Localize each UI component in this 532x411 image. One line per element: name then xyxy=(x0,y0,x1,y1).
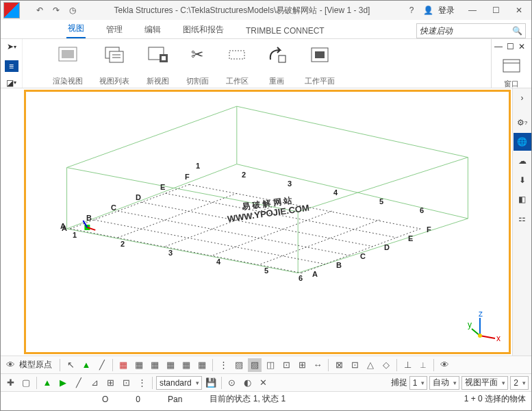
grid-b-right: B xyxy=(336,261,342,269)
eye-icon[interactable]: 👁 xyxy=(3,358,17,372)
sel-line-icon[interactable]: ╱ xyxy=(95,358,109,372)
render-view-icon xyxy=(56,43,79,66)
child-min-icon[interactable]: — xyxy=(494,42,503,51)
search-icon: 🔍 xyxy=(512,26,522,36)
menu-view[interactable]: 视图 xyxy=(66,20,86,38)
sel-grid1-icon[interactable]: ▦ xyxy=(116,358,130,372)
status-o: O xyxy=(102,395,108,404)
sel-eye2-icon[interactable]: 👁 xyxy=(438,358,451,372)
sel-face-icon[interactable]: ◫ xyxy=(264,358,277,372)
svg-rect-8 xyxy=(162,56,166,60)
snap-p2-icon[interactable]: ▶ xyxy=(56,376,70,390)
child-max-icon[interactable]: ☐ xyxy=(507,42,514,51)
maximize-button[interactable]: ☐ xyxy=(486,2,505,18)
selection-toolbar: 👁 模型原点 ↖ ▲ ╱ ▦ ▦ ▦ ▦ ▦ ▦ ⋮ ▨ ▨ ◫ ⊡ ⊞ ↔ ⊠… xyxy=(1,356,531,373)
globe-icon[interactable]: 🌐 xyxy=(514,133,531,151)
sel-dots-icon[interactable]: ⋮ xyxy=(216,358,230,372)
download-icon[interactable]: ⬇ xyxy=(514,171,531,189)
rb-clip-plane[interactable]: ✂ 切割面 xyxy=(177,39,217,88)
window-icon xyxy=(500,54,523,77)
scissors-icon: ✂ xyxy=(186,43,209,66)
snap-p2-combo[interactable]: 2 xyxy=(510,376,529,390)
menu-drawings[interactable]: 图纸和报告 xyxy=(181,21,225,38)
snap-mid-icon[interactable]: ◐ xyxy=(241,376,255,390)
snap-plus-icon[interactable]: ✚ xyxy=(3,376,17,390)
snap-p7-icon[interactable]: ⋮ xyxy=(135,376,149,390)
snap-p1-combo[interactable]: 1 xyxy=(409,376,428,390)
close-button[interactable]: ✕ xyxy=(509,2,529,18)
svg-rect-3 xyxy=(110,51,123,62)
snap-p3-icon[interactable]: ╱ xyxy=(72,376,86,390)
rb-window[interactable]: 窗口 xyxy=(492,54,531,90)
sel-box3-icon[interactable]: △ xyxy=(364,358,377,372)
snap-p5-icon[interactable]: ⊞ xyxy=(103,376,117,390)
sel-tri-icon[interactable]: ▲ xyxy=(79,358,93,372)
snap-int-icon[interactable]: ✕ xyxy=(257,376,270,390)
rb-work-plane[interactable]: 工作平面 xyxy=(296,39,343,88)
quick-launch-input[interactable]: 快速启动 🔍 xyxy=(416,23,526,38)
sel-grid2-icon[interactable]: ▦ xyxy=(132,358,146,372)
rb-new-view[interactable]: 新视图 xyxy=(138,39,177,88)
cube-icon[interactable]: ◧ xyxy=(514,190,531,208)
sliders-icon[interactable]: ⚏ xyxy=(514,210,531,227)
snap-end-icon[interactable]: ⊙ xyxy=(225,376,239,390)
sel-box1-icon[interactable]: ⊠ xyxy=(332,358,346,372)
side-strip[interactable]: ≡ xyxy=(5,60,18,72)
sel-misc1-icon[interactable]: ⊥ xyxy=(401,358,414,372)
view-plane-combo[interactable]: 视图平面 xyxy=(461,376,508,390)
rb-work-area[interactable]: 工作区 xyxy=(217,39,257,88)
status-pan: Pan xyxy=(168,395,182,404)
sel-box2-icon[interactable]: ⊡ xyxy=(348,358,362,372)
3d-viewport[interactable]: A B C D E F 1 2 3 4 5 6 1 2 3 4 5 6 A B … xyxy=(24,90,511,354)
auto-combo[interactable]: 自动 xyxy=(429,376,459,390)
sel-cursor-icon[interactable]: ↖ xyxy=(64,358,77,372)
chevron-right-icon[interactable]: › xyxy=(514,89,531,107)
help-icon[interactable]: ? xyxy=(405,4,418,16)
svg-rect-9 xyxy=(229,51,244,59)
menu-trimble[interactable]: TRIMBLE CONNECT xyxy=(244,23,326,38)
cursor-tool-icon[interactable]: ➤▾ xyxy=(3,42,20,52)
menu-edit[interactable]: 编辑 xyxy=(143,21,162,38)
sel-box4-icon[interactable]: ◇ xyxy=(379,358,393,372)
cloud-icon[interactable]: ☁ xyxy=(514,152,531,170)
sel-cut-icon[interactable]: ▨ xyxy=(232,358,246,372)
gear-icon[interactable]: ⚙? xyxy=(514,114,531,132)
user-icon[interactable]: 👤 xyxy=(422,4,434,16)
undo-icon[interactable]: ↶ xyxy=(34,4,46,16)
menu-manage[interactable]: 管理 xyxy=(105,21,124,38)
login-label[interactable]: 登录 xyxy=(438,5,455,16)
minimize-button[interactable]: — xyxy=(463,2,482,18)
axis-gizmo[interactable]: x y z xyxy=(466,310,501,344)
history-icon[interactable]: ◷ xyxy=(66,4,79,16)
save-icon[interactable]: 💾 xyxy=(204,376,218,390)
redo-icon[interactable]: ↷ xyxy=(50,4,62,16)
snap-p1-icon[interactable]: ▲ xyxy=(40,376,54,390)
search-placeholder: 快速启动 xyxy=(420,25,453,37)
rb-redraw[interactable]: 重画 xyxy=(257,39,296,88)
sel-grid5-icon[interactable]: ▦ xyxy=(179,358,193,372)
model-origin-label[interactable]: 模型原点 xyxy=(19,359,52,371)
sel-bg-icon[interactable]: ▨ xyxy=(248,358,262,372)
sel-misc2-icon[interactable]: ⟂ xyxy=(416,358,430,372)
snap-p6-icon[interactable]: ⊡ xyxy=(119,376,133,390)
snap-label: 捕捉 xyxy=(391,377,407,388)
sel-grid3-icon[interactable]: ▦ xyxy=(148,358,162,372)
sel-pt-icon[interactable]: ⊞ xyxy=(295,358,309,372)
snap-sq-icon[interactable]: ▢ xyxy=(19,376,33,390)
rb-view-list[interactable]: 视图列表 xyxy=(91,39,138,88)
sel-grid4-icon[interactable]: ▦ xyxy=(164,358,177,372)
svg-line-20 xyxy=(189,184,420,229)
axis-y-label: y xyxy=(468,320,472,329)
child-close-icon[interactable]: ✕ xyxy=(518,42,525,51)
sel-edge-icon[interactable]: ⊡ xyxy=(279,358,293,372)
standard-combo[interactable]: standard xyxy=(156,376,202,390)
snap-toolbar: ✚ ▢ ▲ ▶ ╱ ⊿ ⊞ ⊡ ⋮ standard 💾 ⊙ ◐ ✕ 捕捉 1 … xyxy=(1,373,531,391)
component-tool-icon[interactable]: ◪▾ xyxy=(3,77,20,88)
sel-dim-icon[interactable]: ↔ xyxy=(311,358,325,372)
sel-grid6-icon[interactable]: ▦ xyxy=(195,358,209,372)
right-panel: › ⚙? 🌐 ☁ ⬇ ◧ ⚏ xyxy=(512,88,531,356)
snap-p4-icon[interactable]: ⊿ xyxy=(88,376,101,390)
work-area: A B C D E F 1 2 3 4 5 6 1 2 3 4 5 6 A B … xyxy=(1,88,531,356)
redraw-icon xyxy=(265,43,288,66)
rb-render-view[interactable]: 渲染视图 xyxy=(45,39,91,88)
